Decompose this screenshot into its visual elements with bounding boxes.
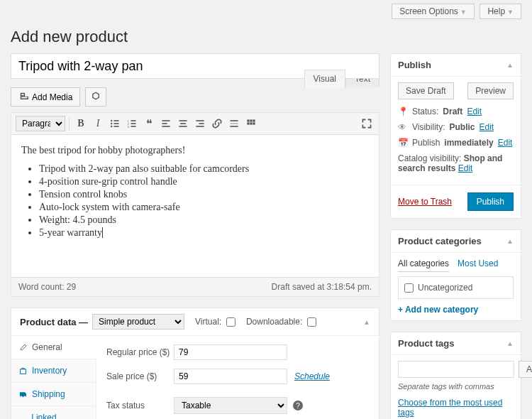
pd-tab-linked-products[interactable]: Linked Products: [11, 406, 96, 419]
edit-publish-link[interactable]: Edit: [498, 138, 513, 148]
svg-rect-3: [113, 123, 118, 124]
publish-box-title: Publish: [398, 60, 431, 70]
tax-status-label: Tax status: [106, 401, 174, 410]
quote-button[interactable]: ❝: [141, 116, 157, 131]
add-media-button[interactable]: Add Media: [11, 87, 80, 107]
svg-rect-25: [250, 119, 252, 121]
tab-icon: [18, 366, 28, 376]
tag-input[interactable]: [398, 361, 514, 378]
svg-rect-17: [179, 126, 187, 127]
pd-tab-inventory[interactable]: Inventory: [11, 359, 96, 383]
save-draft-button[interactable]: Save Draft: [398, 82, 454, 99]
pd-tab-shipping[interactable]: Shipping: [11, 383, 96, 406]
svg-rect-19: [199, 123, 204, 124]
editor-bullet: Weight: 4.5 pounds: [39, 214, 369, 226]
editor-paragraph: The best tripod for hobby photographers!: [21, 145, 369, 156]
editor-bullet: Tripod with 2-way pan also suitbable for…: [39, 163, 369, 175]
edit-catalog-link[interactable]: Edit: [458, 163, 473, 173]
svg-rect-29: [253, 122, 255, 124]
svg-rect-12: [162, 120, 170, 121]
collapse-icon[interactable]: ▲: [506, 61, 514, 69]
svg-rect-9: [131, 123, 135, 124]
svg-rect-22: [230, 123, 238, 124]
page-title: Add new product: [11, 28, 521, 46]
align-center-button[interactable]: [175, 116, 191, 131]
svg-text:3: 3: [128, 125, 130, 129]
svg-point-0: [111, 120, 112, 121]
svg-rect-30: [21, 369, 26, 374]
tab-most-used[interactable]: Most Used: [458, 259, 498, 272]
preview-button[interactable]: Preview: [467, 82, 514, 99]
draft-saved-status: Draft saved at 3:18:54 pm.: [272, 282, 372, 292]
number-list-button[interactable]: 123: [124, 116, 140, 131]
svg-rect-5: [113, 126, 118, 127]
collapse-icon[interactable]: ▲: [363, 318, 370, 326]
schedule-link[interactable]: Schedule: [294, 371, 330, 381]
tab-icon: [18, 390, 28, 399]
cube-icon: [91, 91, 101, 103]
regular-price-input[interactable]: [174, 344, 287, 360]
categories-box-title: Product categories: [398, 236, 482, 246]
add-tag-button[interactable]: Add: [519, 361, 532, 378]
format-select[interactable]: Paragraph: [16, 116, 65, 131]
editor-bullet: 4-position sure-grip control handle: [39, 176, 369, 187]
sale-price-label: Sale price ($): [106, 371, 174, 381]
svg-rect-20: [196, 126, 204, 127]
sale-price-input[interactable]: [174, 369, 287, 384]
collapse-icon[interactable]: ▲: [506, 339, 514, 347]
svg-point-2: [111, 123, 112, 124]
tax-status-select[interactable]: Taxable: [174, 397, 287, 414]
tab-all-categories[interactable]: All categories: [398, 259, 449, 272]
svg-rect-21: [230, 120, 238, 121]
align-left-button[interactable]: [158, 116, 174, 131]
tab-icon: [18, 343, 28, 352]
add-new-category-link[interactable]: + Add new category: [398, 305, 478, 315]
svg-rect-24: [247, 119, 249, 121]
svg-rect-14: [162, 126, 170, 127]
collapse-icon[interactable]: ▲: [506, 237, 514, 245]
toolbar-toggle-button[interactable]: [243, 116, 259, 131]
link-button[interactable]: [209, 116, 225, 131]
edit-visibility-link[interactable]: Edit: [479, 122, 494, 132]
downloadable-checkbox[interactable]: [307, 317, 316, 327]
virtual-checkbox[interactable]: [226, 317, 235, 327]
svg-rect-15: [179, 120, 187, 121]
svg-rect-27: [247, 122, 249, 124]
fullscreen-button[interactable]: [359, 116, 375, 131]
editor-toolbar: Paragraph B I 123 ❝: [11, 113, 379, 135]
screen-options-button[interactable]: Screen Options▼: [392, 4, 475, 19]
svg-rect-11: [131, 126, 135, 127]
help-icon[interactable]: ?: [293, 401, 303, 410]
italic-button[interactable]: I: [90, 116, 106, 131]
svg-rect-18: [196, 120, 204, 121]
help-button[interactable]: Help▼: [480, 4, 521, 19]
bold-button[interactable]: B: [73, 116, 89, 131]
more-button[interactable]: [226, 116, 242, 131]
product-type-select[interactable]: Simple product: [92, 314, 184, 330]
regular-price-label: Regular price ($): [106, 347, 174, 357]
bullet-list-button[interactable]: [107, 116, 123, 131]
svg-point-32: [24, 396, 26, 398]
editor-bullet: 5-year warranty: [39, 227, 369, 239]
move-to-trash-link[interactable]: Move to Trash: [398, 197, 452, 207]
pin-icon: 📍: [398, 107, 408, 116]
word-count: Word count: 29: [18, 282, 76, 292]
edit-status-link[interactable]: Edit: [467, 107, 482, 116]
tag-hint: Separate tags with commas: [398, 382, 514, 391]
tab-visual[interactable]: Visual: [304, 70, 345, 88]
svg-point-4: [111, 126, 112, 127]
choose-tags-link[interactable]: Choose from the most used tags: [398, 398, 502, 418]
svg-rect-7: [131, 120, 135, 121]
svg-point-31: [21, 396, 23, 398]
svg-rect-26: [253, 119, 255, 121]
align-right-button[interactable]: [192, 116, 208, 131]
editor-content[interactable]: The best tripod for hobby photographers!…: [11, 135, 379, 277]
svg-rect-1: [113, 120, 118, 121]
svg-rect-28: [250, 122, 252, 124]
media-secondary-button[interactable]: [85, 87, 106, 107]
category-uncategorized[interactable]: Uncategorized: [404, 283, 507, 293]
svg-rect-23: [230, 126, 238, 127]
pd-tab-general[interactable]: General: [11, 336, 96, 359]
publish-button[interactable]: Publish: [467, 192, 514, 211]
calendar-icon: 📅: [398, 138, 408, 148]
